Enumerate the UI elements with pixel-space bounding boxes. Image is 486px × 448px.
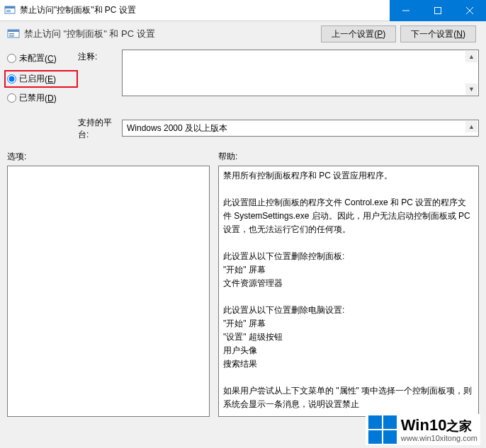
radio-not-configured[interactable]: 未配置(C)	[7, 52, 78, 64]
watermark-url: www.win10xitong.com	[401, 435, 477, 442]
platform-scroll-up[interactable]: ▲	[465, 121, 477, 132]
svg-rect-2	[6, 10, 11, 11]
policy-header: 禁止访问 "控制面板" 和 PC 设置 上一个设置(P) 下一个设置(N)	[7, 25, 479, 42]
policy-title: 禁止访问 "控制面板" 和 PC 设置	[24, 28, 321, 40]
svg-rect-3	[6, 11, 11, 12]
maximize-button[interactable]	[422, 0, 453, 21]
supported-platform-value: Windows 2000 及以上版本	[127, 123, 227, 133]
close-button[interactable]	[453, 0, 486, 21]
radio-disabled[interactable]: 已禁用(D)	[7, 92, 78, 104]
svg-rect-11	[9, 35, 14, 37]
previous-setting-button[interactable]: 上一个设置(P)	[321, 25, 396, 42]
app-icon	[4, 5, 16, 16]
comment-scroll-down[interactable]: ▼	[465, 84, 477, 95]
windows-logo-icon	[368, 415, 397, 444]
help-text-panel: 禁用所有控制面板程序和 PC 设置应用程序。 此设置阻止控制面板的程序文件 Co…	[218, 166, 479, 417]
window-title: 禁止访问"控制面板"和 PC 设置	[20, 4, 390, 16]
comment-label: 注释:	[78, 50, 122, 63]
options-panel	[7, 166, 210, 417]
svg-rect-9	[8, 30, 19, 32]
svg-rect-1	[5, 6, 15, 8]
minimize-button[interactable]	[390, 0, 422, 21]
watermark-brand: Win10之家	[401, 418, 477, 433]
options-label: 选项:	[7, 151, 210, 163]
titlebar: 禁止访问"控制面板"和 PC 设置	[0, 0, 486, 21]
next-setting-button[interactable]: 下一个设置(N)	[400, 25, 476, 42]
radio-enabled[interactable]: 已启用(E)	[4, 70, 78, 88]
state-radio-group: 未配置(C) 已启用(E) 已禁用(D)	[7, 50, 78, 111]
comment-textarea[interactable]: ▲ ▼	[122, 50, 479, 96]
comment-scroll-up[interactable]: ▲	[465, 51, 477, 62]
svg-rect-5	[434, 7, 441, 13]
help-label: 帮助:	[218, 151, 479, 163]
supported-platform-field: Windows 2000 及以上版本 ▲	[122, 120, 479, 137]
platform-label: 支持的平台:	[78, 115, 122, 141]
watermark: Win10之家 www.win10xitong.com	[366, 414, 480, 445]
content-area: 禁止访问 "控制面板" 和 PC 设置 上一个设置(P) 下一个设置(N) 未配…	[0, 21, 486, 417]
svg-rect-10	[9, 33, 14, 35]
policy-icon	[7, 28, 20, 40]
window-controls	[390, 0, 486, 21]
